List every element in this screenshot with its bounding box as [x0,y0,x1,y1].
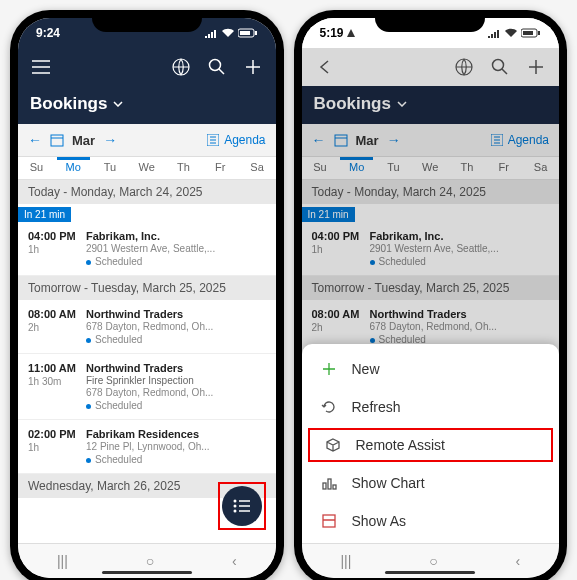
month-label: Mar [72,133,95,148]
booking-item[interactable]: 11:00 AM1h 30mNorthwind TradersFire Spri… [18,354,276,420]
svg-rect-2 [255,31,257,35]
agenda-icon [207,134,219,146]
booking-body: Northwind Traders678 Dayton, Redmond, Oh… [86,308,266,345]
weekday-su[interactable]: Su [18,157,55,179]
weekday-sa[interactable]: Sa [239,157,276,179]
phone-right: 5:19 Bookings ← [294,10,568,580]
booking-time: 04:00 PM1h [28,230,86,267]
plus-icon [320,360,338,378]
chevron-down-icon [113,101,123,107]
search-button[interactable] [206,56,228,78]
signal-icon [487,28,501,38]
weekday-we[interactable]: We [128,157,165,179]
calendar-bar: ← Mar → Agenda [18,124,276,157]
svg-point-9 [233,510,236,513]
svg-point-4 [209,60,220,71]
chart-icon [320,474,338,492]
screen-right: 5:19 Bookings ← [302,18,560,578]
weekday-tu[interactable]: Tu [92,157,129,179]
notch [375,10,485,32]
menu-show-as[interactable]: Show As [302,502,560,540]
booking-item[interactable]: 04:00 PM1hFabrikam, Inc.2901 Western Ave… [18,222,276,276]
booking-item[interactable]: 02:00 PM1hFabrikam Residences12 Pine Pl,… [18,420,276,474]
fab-button[interactable] [222,486,262,526]
back-button[interactable]: ‹ [232,553,237,569]
recents-button[interactable]: ||| [57,553,68,569]
weekday-row: SuMoTuWeThFrSa [18,157,276,180]
back-button[interactable]: ‹ [515,553,520,569]
home-indicator [385,571,475,574]
booking-time: 11:00 AM1h 30m [28,362,86,411]
refresh-icon [320,398,338,416]
calendar-icon [50,133,64,147]
date-header: Tomorrow - Tuesday, March 25, 2025 [18,276,276,300]
battery-icon [238,28,258,38]
search-icon [208,58,226,76]
menu-show-chart[interactable]: Show Chart [302,464,560,502]
svg-rect-5 [51,135,63,146]
fab-highlight [218,482,266,530]
booking-item[interactable]: 08:00 AM2hNorthwind Traders678 Dayton, R… [18,300,276,354]
agenda-toggle[interactable]: Agenda [207,133,265,147]
hamburger-icon [32,60,50,74]
cube-icon [324,436,342,454]
time-badge: In 21 min [18,207,71,222]
screen-left: 9:24 Bookings ← Mar [18,18,276,578]
globe-icon [172,58,190,76]
wifi-icon [504,28,518,38]
globe-button[interactable] [170,56,192,78]
booking-time: 02:00 PM1h [28,428,86,465]
home-button[interactable]: ○ [429,553,437,569]
top-bar [18,48,276,86]
menu-label: Show Chart [352,475,425,491]
weekday-mo[interactable]: Mo [55,157,92,179]
location-icon [347,29,355,37]
svg-rect-18 [328,479,331,489]
recents-button[interactable]: ||| [340,553,351,569]
svg-point-7 [233,500,236,503]
menu-button[interactable] [30,56,52,78]
weekday-th[interactable]: Th [165,157,202,179]
status-icons [487,28,541,38]
status-time: 5:19 [320,26,355,40]
svg-rect-20 [323,515,335,527]
signal-icon [204,28,218,38]
svg-rect-1 [240,31,250,35]
svg-point-8 [233,505,236,508]
battery-icon [521,28,541,38]
home-indicator [102,571,192,574]
status-time: 9:24 [36,26,60,40]
svg-rect-11 [523,31,533,35]
menu-label: New [352,361,380,377]
booking-body: Fabrikam Residences12 Pine Pl, Lynnwood,… [86,428,266,465]
menu-label: Show As [352,513,406,529]
add-button[interactable] [242,56,264,78]
list-icon [233,499,251,513]
wifi-icon [221,28,235,38]
status-icons [204,28,258,38]
menu-label: Remote Assist [356,437,445,453]
page-title[interactable]: Bookings [18,86,276,124]
notch [92,10,202,32]
svg-rect-17 [323,483,326,489]
prev-month[interactable]: ← [28,132,42,148]
menu-remote-assist[interactable]: Remote Assist [306,426,556,464]
date-header: Today - Monday, March 24, 2025 [18,180,276,204]
home-button[interactable]: ○ [146,553,154,569]
plus-icon [244,58,262,76]
phone-left: 9:24 Bookings ← Mar [10,10,284,580]
menu-label: Refresh [352,399,401,415]
booking-body: Northwind TradersFire Sprinkler Inspecti… [86,362,266,411]
svg-rect-19 [333,485,336,489]
weekday-fr[interactable]: Fr [202,157,239,179]
booking-time: 08:00 AM2h [28,308,86,345]
menu-refresh[interactable]: Refresh [302,388,560,426]
booking-body: Fabrikam, Inc.2901 Western Ave, Seattle,… [86,230,266,267]
action-sheet: NewRefreshRemote AssistShow ChartShow As [302,344,560,544]
menu-new[interactable]: New [302,350,560,388]
next-month[interactable]: → [103,132,117,148]
svg-rect-12 [538,31,540,35]
layout-icon [320,512,338,530]
